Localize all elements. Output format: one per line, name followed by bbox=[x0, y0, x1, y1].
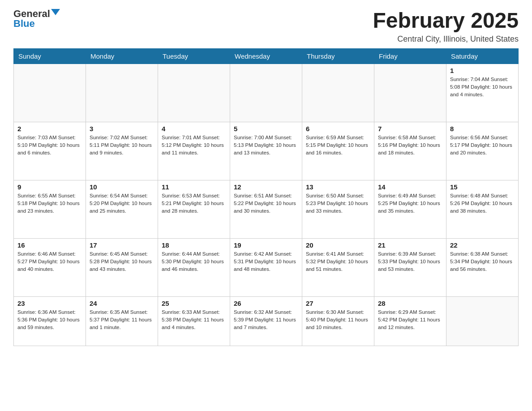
calendar-cell: 20Sunrise: 6:41 AM Sunset: 5:32 PM Dayli… bbox=[302, 238, 374, 296]
day-info: Sunrise: 7:00 AM Sunset: 5:13 PM Dayligh… bbox=[234, 134, 298, 157]
calendar-week-row: 23Sunrise: 6:36 AM Sunset: 5:36 PM Dayli… bbox=[14, 296, 519, 346]
month-title: February 2025 bbox=[373, 9, 519, 33]
logo-triangle-icon bbox=[51, 9, 60, 15]
day-info: Sunrise: 6:38 AM Sunset: 5:34 PM Dayligh… bbox=[450, 250, 515, 274]
day-number: 23 bbox=[17, 300, 82, 307]
day-number: 24 bbox=[90, 300, 154, 307]
day-number: 4 bbox=[162, 125, 226, 133]
day-number: 22 bbox=[450, 241, 515, 249]
calendar-cell: 24Sunrise: 6:35 AM Sunset: 5:37 PM Dayli… bbox=[86, 296, 158, 346]
day-info: Sunrise: 6:42 AM Sunset: 5:31 PM Dayligh… bbox=[234, 250, 298, 274]
calendar-cell: 13Sunrise: 6:50 AM Sunset: 5:23 PM Dayli… bbox=[302, 180, 374, 238]
calendar-cell: 4Sunrise: 7:01 AM Sunset: 5:12 PM Daylig… bbox=[158, 122, 230, 180]
calendar-cell: 18Sunrise: 6:44 AM Sunset: 5:30 PM Dayli… bbox=[158, 238, 230, 296]
calendar-cell bbox=[86, 64, 158, 122]
day-info: Sunrise: 6:53 AM Sunset: 5:21 PM Dayligh… bbox=[162, 192, 226, 215]
day-number: 12 bbox=[234, 183, 298, 191]
day-number: 15 bbox=[450, 183, 515, 191]
day-info: Sunrise: 6:51 AM Sunset: 5:22 PM Dayligh… bbox=[234, 192, 298, 215]
day-info: Sunrise: 6:33 AM Sunset: 5:38 PM Dayligh… bbox=[162, 308, 226, 332]
day-info: Sunrise: 6:39 AM Sunset: 5:33 PM Dayligh… bbox=[378, 250, 442, 274]
day-info: Sunrise: 6:45 AM Sunset: 5:28 PM Dayligh… bbox=[90, 250, 154, 274]
day-number: 25 bbox=[162, 300, 226, 307]
calendar-cell: 9Sunrise: 6:55 AM Sunset: 5:18 PM Daylig… bbox=[14, 180, 86, 238]
day-number: 16 bbox=[17, 241, 82, 249]
day-number: 27 bbox=[306, 300, 370, 307]
calendar-cell: 28Sunrise: 6:29 AM Sunset: 5:42 PM Dayli… bbox=[374, 296, 446, 346]
day-number: 26 bbox=[234, 300, 298, 307]
weekday-header: Friday bbox=[374, 48, 446, 64]
calendar-cell: 5Sunrise: 7:00 AM Sunset: 5:13 PM Daylig… bbox=[230, 122, 302, 180]
day-number: 18 bbox=[162, 241, 226, 249]
calendar-cell bbox=[158, 64, 230, 122]
calendar-cell bbox=[302, 64, 374, 122]
calendar-cell: 19Sunrise: 6:42 AM Sunset: 5:31 PM Dayli… bbox=[230, 238, 302, 296]
calendar-cell: 3Sunrise: 7:02 AM Sunset: 5:11 PM Daylig… bbox=[86, 122, 158, 180]
calendar-cell: 17Sunrise: 6:45 AM Sunset: 5:28 PM Dayli… bbox=[86, 238, 158, 296]
day-number: 8 bbox=[450, 125, 515, 133]
day-info: Sunrise: 7:01 AM Sunset: 5:12 PM Dayligh… bbox=[162, 134, 226, 157]
day-info: Sunrise: 7:03 AM Sunset: 5:10 PM Dayligh… bbox=[17, 134, 82, 157]
day-number: 2 bbox=[17, 125, 82, 133]
calendar-cell: 16Sunrise: 6:46 AM Sunset: 5:27 PM Dayli… bbox=[14, 238, 86, 296]
logo-general-text: General bbox=[13, 9, 50, 19]
weekday-header: Tuesday bbox=[158, 48, 230, 64]
day-number: 13 bbox=[306, 183, 370, 191]
day-number: 3 bbox=[90, 125, 154, 133]
calendar-cell: 22Sunrise: 6:38 AM Sunset: 5:34 PM Dayli… bbox=[446, 238, 519, 296]
weekday-header: Saturday bbox=[446, 48, 519, 64]
location-title: Central City, Illinois, United States bbox=[373, 34, 519, 44]
logo: General Blue bbox=[13, 9, 60, 29]
day-number: 5 bbox=[234, 125, 298, 133]
day-number: 20 bbox=[306, 241, 370, 249]
day-info: Sunrise: 6:49 AM Sunset: 5:25 PM Dayligh… bbox=[378, 192, 442, 215]
day-number: 6 bbox=[306, 125, 370, 133]
day-info: Sunrise: 6:54 AM Sunset: 5:20 PM Dayligh… bbox=[90, 192, 154, 215]
day-info: Sunrise: 6:32 AM Sunset: 5:39 PM Dayligh… bbox=[234, 308, 298, 332]
calendar-week-row: 16Sunrise: 6:46 AM Sunset: 5:27 PM Dayli… bbox=[14, 238, 519, 296]
calendar-cell: 26Sunrise: 6:32 AM Sunset: 5:39 PM Dayli… bbox=[230, 296, 302, 346]
day-number: 11 bbox=[162, 183, 226, 191]
day-info: Sunrise: 6:58 AM Sunset: 5:16 PM Dayligh… bbox=[378, 134, 442, 157]
day-info: Sunrise: 7:02 AM Sunset: 5:11 PM Dayligh… bbox=[90, 134, 154, 157]
calendar-header-row: SundayMondayTuesdayWednesdayThursdayFrid… bbox=[14, 48, 519, 64]
weekday-header: Monday bbox=[86, 48, 158, 64]
day-info: Sunrise: 6:56 AM Sunset: 5:17 PM Dayligh… bbox=[450, 134, 515, 157]
day-number: 7 bbox=[378, 125, 442, 133]
calendar-cell: 6Sunrise: 6:59 AM Sunset: 5:15 PM Daylig… bbox=[302, 122, 374, 180]
calendar-table: SundayMondayTuesdayWednesdayThursdayFrid… bbox=[13, 48, 519, 346]
day-number: 19 bbox=[234, 241, 298, 249]
calendar-cell: 14Sunrise: 6:49 AM Sunset: 5:25 PM Dayli… bbox=[374, 180, 446, 238]
calendar-week-row: 1Sunrise: 7:04 AM Sunset: 5:08 PM Daylig… bbox=[14, 64, 519, 122]
calendar-cell: 2Sunrise: 7:03 AM Sunset: 5:10 PM Daylig… bbox=[14, 122, 86, 180]
title-block: February 2025 Central City, Illinois, Un… bbox=[373, 9, 519, 44]
calendar-cell: 25Sunrise: 6:33 AM Sunset: 5:38 PM Dayli… bbox=[158, 296, 230, 346]
page-header: General Blue February 2025 Central City,… bbox=[13, 9, 519, 44]
calendar-cell: 1Sunrise: 7:04 AM Sunset: 5:08 PM Daylig… bbox=[446, 64, 519, 122]
calendar-cell bbox=[446, 296, 519, 346]
calendar-week-row: 9Sunrise: 6:55 AM Sunset: 5:18 PM Daylig… bbox=[14, 180, 519, 238]
day-info: Sunrise: 6:50 AM Sunset: 5:23 PM Dayligh… bbox=[306, 192, 370, 215]
day-number: 21 bbox=[378, 241, 442, 249]
weekday-header: Wednesday bbox=[230, 48, 302, 64]
day-info: Sunrise: 6:41 AM Sunset: 5:32 PM Dayligh… bbox=[306, 250, 370, 274]
day-info: Sunrise: 6:44 AM Sunset: 5:30 PM Dayligh… bbox=[162, 250, 226, 274]
weekday-header: Thursday bbox=[302, 48, 374, 64]
day-info: Sunrise: 6:48 AM Sunset: 5:26 PM Dayligh… bbox=[450, 192, 515, 215]
calendar-week-row: 2Sunrise: 7:03 AM Sunset: 5:10 PM Daylig… bbox=[14, 122, 519, 180]
day-number: 14 bbox=[378, 183, 442, 191]
calendar-cell: 15Sunrise: 6:48 AM Sunset: 5:26 PM Dayli… bbox=[446, 180, 519, 238]
day-info: Sunrise: 7:04 AM Sunset: 5:08 PM Dayligh… bbox=[450, 76, 515, 99]
calendar-cell bbox=[230, 64, 302, 122]
day-info: Sunrise: 6:59 AM Sunset: 5:15 PM Dayligh… bbox=[306, 134, 370, 157]
day-info: Sunrise: 6:29 AM Sunset: 5:42 PM Dayligh… bbox=[378, 308, 442, 332]
weekday-header: Sunday bbox=[14, 48, 86, 64]
calendar-cell: 7Sunrise: 6:58 AM Sunset: 5:16 PM Daylig… bbox=[374, 122, 446, 180]
calendar-cell: 12Sunrise: 6:51 AM Sunset: 5:22 PM Dayli… bbox=[230, 180, 302, 238]
calendar-cell: 8Sunrise: 6:56 AM Sunset: 5:17 PM Daylig… bbox=[446, 122, 519, 180]
day-info: Sunrise: 6:36 AM Sunset: 5:36 PM Dayligh… bbox=[17, 308, 82, 332]
day-info: Sunrise: 6:35 AM Sunset: 5:37 PM Dayligh… bbox=[90, 308, 154, 332]
calendar-cell: 23Sunrise: 6:36 AM Sunset: 5:36 PM Dayli… bbox=[14, 296, 86, 346]
day-number: 28 bbox=[378, 300, 442, 307]
day-number: 10 bbox=[90, 183, 154, 191]
